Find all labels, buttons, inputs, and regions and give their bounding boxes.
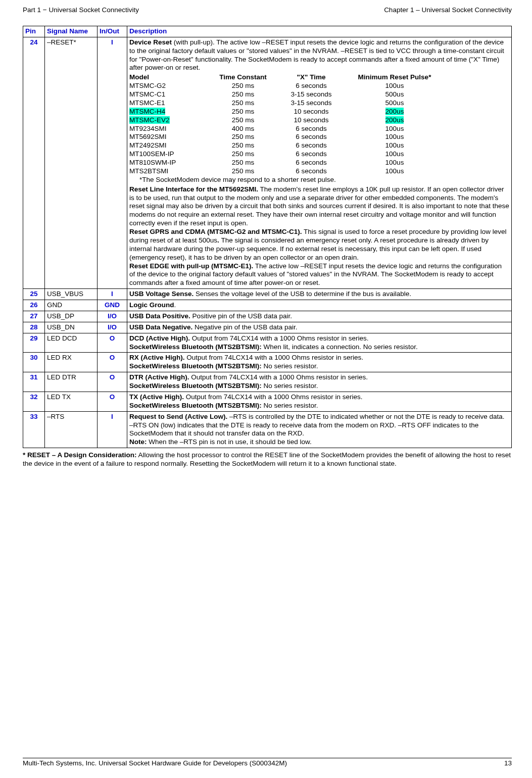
model-cell: 200us: [344, 108, 445, 116]
pin-number: 31: [23, 372, 45, 392]
model-row: MTSMC-G2250 ms6 seconds100us: [129, 82, 445, 90]
model-cell: 10 seconds: [278, 116, 344, 125]
desc-text: No series resistor.: [262, 382, 318, 390]
model-header: Time Constant: [208, 73, 278, 82]
desc-text: Output from 74LCX14 with a 1000 Ohms res…: [189, 373, 368, 381]
model-cell: MT810SWM-IP: [129, 159, 208, 167]
model-cell: MTS2BTSMI: [129, 167, 208, 176]
footer-page-number: 13: [504, 759, 512, 768]
table-row: 24 –RESET* I Device Reset (with pull-up)…: [23, 37, 512, 288]
model-row: MTSMC-EV2250 ms10 seconds200us: [129, 116, 445, 125]
desc-bold: SocketWireless Bluetooth (MTS2BTSMI):: [129, 362, 262, 370]
model-cell: 100us: [344, 125, 445, 133]
desc-bold: USB Voltage Sense.: [129, 290, 194, 298]
signal-name: –RTS: [45, 411, 98, 448]
desc-bold: TX (Active High).: [129, 393, 184, 401]
table-row: 32LED TXOTX (Active High). Output from 7…: [23, 392, 512, 411]
model-row: MTSMC-H4250 ms10 seconds200us: [129, 108, 445, 116]
model-row: MT2492SMI250 ms6 seconds100us: [129, 141, 445, 150]
model-cell: 6 seconds: [278, 82, 344, 90]
reset-gprs-heading: Reset GPRS and CDMA (MTSMC-G2 and MTSMC-…: [129, 228, 302, 235]
model-cell: 6 seconds: [278, 150, 344, 159]
page-footer: Multi-Tech Systems, Inc. Universal Socke…: [23, 758, 512, 768]
header-left: Part 1 − Universal Socket Connectivity: [23, 6, 139, 15]
model-cell: 100us: [344, 82, 445, 90]
signal-name: –RESET*: [45, 37, 98, 288]
model-header: Minimum Reset Pulse*: [344, 73, 445, 82]
model-cell: 6 seconds: [278, 141, 344, 150]
table-row: 30LED RXORX (Active High). Output from 7…: [23, 353, 512, 372]
pin-number: 26: [23, 300, 45, 311]
model-table: ModelTime Constant"X" TimeMinimum Reset …: [129, 73, 445, 184]
in-out: GND: [98, 300, 127, 311]
desc-text: Output from 74LCX14 with a 1000 Ohms res…: [184, 393, 362, 401]
model-row: MT9234SMI400 ms6 seconds100us: [129, 125, 445, 133]
signal-name: GND: [45, 300, 98, 311]
desc-text: Output from 74LCX14 with a 1000 Ohms res…: [190, 334, 368, 342]
desc-bold: USB Data Negative.: [129, 323, 192, 331]
model-cell: 100us: [344, 150, 445, 159]
model-cell: 250 ms: [208, 133, 278, 141]
desc-bold: Note:: [129, 438, 147, 446]
model-cell: 250 ms: [208, 99, 278, 108]
in-out: I/O: [98, 322, 127, 333]
desc-text: Senses the voltage level of the USB to d…: [194, 290, 411, 298]
model-row: MT100SEM-IP250 ms6 seconds100us: [129, 150, 445, 159]
signal-name: USB_DP: [45, 311, 98, 322]
model-footnote: *The SocketModem device may respond to a…: [129, 176, 445, 184]
in-out: I/O: [98, 311, 127, 322]
model-row: MT810SWM-IP250 ms6 seconds100us: [129, 159, 445, 167]
table-row: 27USB_DPI/OUSB Data Positive. Positive p…: [23, 311, 512, 322]
col-pin: Pin: [23, 26, 45, 37]
description-cell: USB Voltage Sense. Senses the voltage le…: [127, 289, 512, 300]
table-row: 33–RTSIRequest to Send (Active Low). –RT…: [23, 411, 512, 448]
description-cell: USB Data Negative. Negative pin of the U…: [127, 322, 512, 333]
in-out: I: [98, 289, 127, 300]
pin-number: 25: [23, 289, 45, 300]
col-inout: In/Out: [98, 26, 127, 37]
model-row: MTSMC-C1250 ms3-15 seconds500us: [129, 90, 445, 99]
desc-bold: SocketWireless Bluetooth (MTS2BTSMI):: [129, 402, 262, 409]
in-out: I: [98, 411, 127, 448]
model-row: MT5692SMI250 ms6 seconds100us: [129, 133, 445, 141]
footer-left: Multi-Tech Systems, Inc. Universal Socke…: [23, 759, 287, 768]
model-cell: 500us: [344, 90, 445, 99]
desc-text: Negative pin of the USB data pair.: [192, 323, 297, 331]
model-cell: 6 seconds: [278, 167, 344, 176]
description-cell: USB Data Positive. Positive pin of the U…: [127, 311, 512, 322]
desc-bold: USB Data Positive.: [129, 312, 190, 320]
description-cell: TX (Active High). Output from 74LCX14 wi…: [127, 392, 512, 411]
desc-lead-text: (with pull-up). The active low –RESET in…: [129, 38, 504, 72]
model-cell: 400 ms: [208, 125, 278, 133]
signal-name: LED RX: [45, 353, 98, 372]
pin-number: 33: [23, 411, 45, 448]
signal-name: LED DTR: [45, 372, 98, 392]
model-cell: 250 ms: [208, 159, 278, 167]
model-cell: MTSMC-H4: [129, 108, 208, 116]
pin-number: 29: [23, 333, 45, 353]
model-cell: 250 ms: [208, 141, 278, 150]
model-cell: MT9234SMI: [129, 125, 208, 133]
model-cell: 10 seconds: [278, 108, 344, 116]
desc-bold: Logic Ground: [129, 301, 174, 309]
desc-text: Output from 74LCX14 with a 1000 Ohms res…: [185, 354, 363, 361]
table-row: 25USB_VBUSIUSB Voltage Sense. Senses the…: [23, 289, 512, 300]
model-cell: MTSMC-G2: [129, 82, 208, 90]
model-cell: MT2492SMI: [129, 141, 208, 150]
description-cell: RX (Active High). Output from 74LCX14 wi…: [127, 353, 512, 372]
pin-number: 28: [23, 322, 45, 333]
col-signal: Signal Name: [45, 26, 98, 37]
model-row: MTSMC-E1250 ms3-15 seconds500us: [129, 99, 445, 108]
table-row: 26GNDGNDLogic Ground.: [23, 300, 512, 311]
model-cell: 250 ms: [208, 167, 278, 176]
model-cell: 100us: [344, 167, 445, 176]
description-cell: DTR (Active High). Output from 74LCX14 w…: [127, 372, 512, 392]
model-cell: 250 ms: [208, 108, 278, 116]
signal-name: USB_DN: [45, 322, 98, 333]
model-cell: MT100SEM-IP: [129, 150, 208, 159]
in-out: O: [98, 333, 127, 353]
design-consideration-note: * RESET – A Design Consideration: Allowi…: [23, 451, 512, 468]
pin-number: 27: [23, 311, 45, 322]
model-header: "X" Time: [278, 73, 344, 82]
desc-text: No series resistor.: [262, 402, 318, 409]
